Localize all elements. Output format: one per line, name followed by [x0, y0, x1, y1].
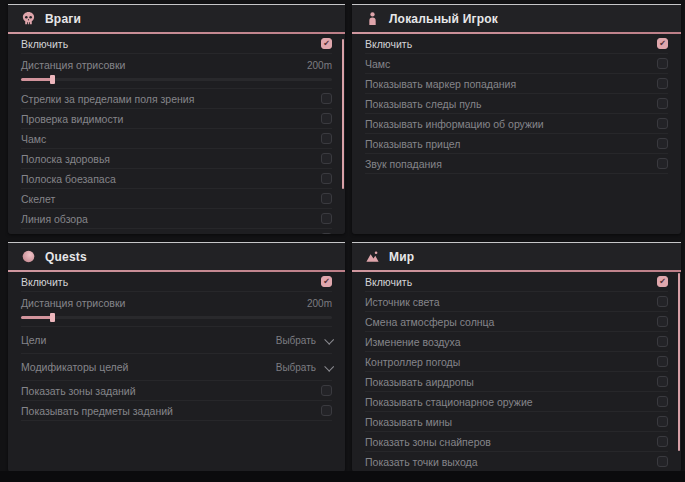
checkbox[interactable] — [321, 405, 332, 416]
slider[interactable] — [21, 313, 332, 322]
setting-label: Дистанция отрисовки — [21, 297, 125, 309]
setting-row: Показывать маркер попадания — [365, 74, 668, 94]
panel-body: Включить Чамс Показывать маркер попадани… — [352, 34, 681, 174]
setting-row: Звук попадания — [365, 154, 668, 174]
setting-row: Проверка видимости — [21, 109, 332, 129]
setting-label: Модификаторы целей — [21, 361, 128, 373]
checkbox[interactable] — [657, 296, 668, 307]
scrollbar[interactable] — [678, 273, 680, 451]
checkbox[interactable] — [657, 436, 668, 447]
setting-row: Полоска боезапаса — [21, 169, 332, 189]
setting-label: Показать точки выхода — [365, 456, 478, 468]
setting-label: Полоска здоровья — [21, 153, 110, 165]
setting-row: Чамс — [365, 54, 668, 74]
checkbox[interactable] — [321, 93, 332, 104]
checkbox[interactable] — [657, 276, 668, 287]
setting-row: Изменение воздуха — [365, 332, 668, 352]
setting-row: Показывать информацию об оружии — [365, 114, 668, 134]
checkbox[interactable] — [657, 316, 668, 327]
panel-title: Локальный Игрок — [389, 12, 498, 26]
checkbox[interactable] — [321, 113, 332, 124]
setting-label: Звук попадания — [365, 158, 442, 170]
slider-fill — [21, 78, 52, 81]
checkbox[interactable] — [657, 158, 668, 169]
panel-enemies: Враги Включить Дистанция отрисовки 200m … — [8, 4, 345, 234]
panel-title: Враги — [45, 12, 81, 26]
slider-value: 200m — [307, 298, 332, 309]
setting-label: Цели — [21, 334, 46, 346]
checkbox[interactable] — [657, 58, 668, 69]
chevron-down-icon — [324, 334, 334, 344]
setting-row: Цели Выбрать — [21, 327, 332, 354]
dropdown-value: Выбрать — [276, 335, 316, 346]
checkbox[interactable] — [321, 153, 332, 164]
dropdown[interactable]: Выбрать — [276, 335, 332, 346]
setting-row: Чамс — [21, 129, 332, 149]
checkbox[interactable] — [321, 133, 332, 144]
checkbox[interactable] — [657, 416, 668, 427]
setting-label: Показать зоны снайперов — [365, 436, 491, 448]
checkbox[interactable] — [321, 213, 332, 224]
slider-thumb[interactable] — [50, 75, 55, 84]
setting-label: Показывать прицел — [365, 138, 460, 150]
slider-fill — [21, 316, 52, 319]
checkbox[interactable] — [321, 173, 332, 184]
setting-label: Чамс — [365, 58, 390, 70]
slider[interactable] — [21, 75, 332, 84]
checkbox[interactable] — [657, 396, 668, 407]
scrollbar[interactable] — [342, 39, 344, 189]
setting-label: Источник света — [365, 296, 439, 308]
setting-label: Показывать следы пуль — [365, 98, 481, 110]
setting-row: Показывать стационарное оружие — [365, 392, 668, 412]
setting-row: Включить — [21, 34, 332, 54]
setting-row: Показать зоны снайперов — [365, 432, 668, 452]
checkbox[interactable] — [321, 276, 332, 287]
setting-row: Включить — [365, 272, 668, 292]
setting-label: Чамс — [21, 133, 46, 145]
setting-label: Показывать следы пуль — [21, 233, 137, 235]
checkbox[interactable] — [657, 118, 668, 129]
checkbox[interactable] — [657, 376, 668, 387]
setting-row: Полоска здоровья — [21, 149, 332, 169]
setting-row: Линия обзора — [21, 209, 332, 229]
setting-row: Дистанция отрисовки 200m — [21, 54, 332, 89]
checkbox[interactable] — [321, 38, 332, 49]
setting-row: Стрелки за пределами поля зрения — [21, 89, 332, 109]
dropdown[interactable]: Выбрать — [276, 362, 332, 373]
bottom-bar — [0, 471, 685, 482]
setting-label: Включить — [21, 38, 68, 50]
setting-row: Показывать следы пуль — [365, 94, 668, 114]
setting-row: Показывать следы пуль — [21, 229, 332, 234]
setting-label: Проверка видимости — [21, 113, 123, 125]
panel-header: Quests — [8, 243, 345, 270]
panel-title: Мир — [389, 250, 414, 264]
panel-header: Локальный Игрок — [352, 5, 681, 32]
checkbox[interactable] — [321, 385, 332, 396]
checkbox[interactable] — [321, 193, 332, 204]
checkbox[interactable] — [657, 78, 668, 89]
panel-header: Мир — [352, 243, 681, 270]
panel-world: Мир Включить Источник света Смена атмосф… — [352, 242, 681, 472]
setting-row: Показать точки выхода — [365, 452, 668, 472]
panel-header: Враги — [8, 5, 345, 32]
setting-label: Показать зоны заданий — [21, 385, 136, 397]
checkbox[interactable] — [657, 38, 668, 49]
setting-label: Включить — [365, 38, 412, 50]
slider-thumb[interactable] — [50, 313, 55, 322]
checkbox[interactable] — [657, 138, 668, 149]
setting-row: Показывать предметы заданий — [21, 401, 332, 421]
setting-label: Линия обзора — [21, 213, 88, 225]
mountain-icon — [365, 249, 380, 264]
checkbox[interactable] — [657, 456, 668, 467]
checkbox[interactable] — [321, 233, 332, 234]
checkbox[interactable] — [657, 356, 668, 367]
setting-row: Модификаторы целей Выбрать — [21, 354, 332, 381]
setting-row: Скелет — [21, 189, 332, 209]
checkbox[interactable] — [657, 336, 668, 347]
setting-label: Показывать информацию об оружии — [365, 118, 544, 130]
panel-local-player: Локальный Игрок Включить Чамс Показывать… — [352, 4, 681, 234]
setting-label: Смена атмосферы солнца — [365, 316, 494, 328]
setting-label: Изменение воздуха — [365, 336, 461, 348]
checkbox[interactable] — [657, 98, 668, 109]
setting-label: Стрелки за пределами поля зрения — [21, 93, 194, 105]
